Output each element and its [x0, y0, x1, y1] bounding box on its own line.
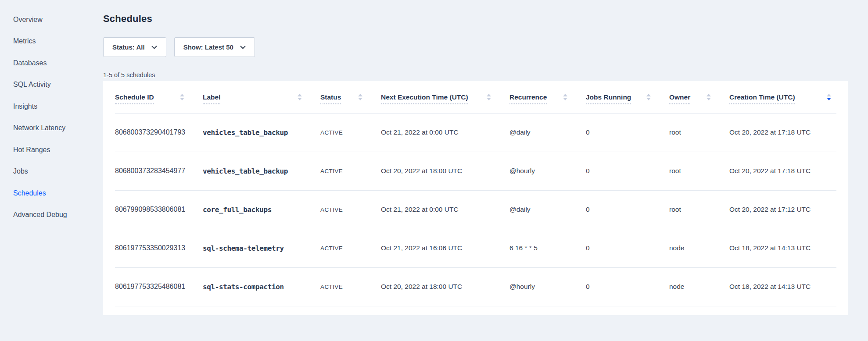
cell-recurrence: 6 16 * * 5 — [509, 229, 586, 267]
cell-next-execution: Oct 20, 2022 at 18:00 UTC — [381, 152, 509, 190]
sort-carets-icon — [298, 94, 302, 100]
table-row: 806800373283454977 vehicles_table_backup… — [115, 152, 836, 190]
sort-carets-desc-active-icon — [827, 94, 831, 100]
column-header-label[interactable]: Label — [203, 81, 320, 113]
cell-label: core_full_backups — [203, 190, 320, 229]
cell-status: ACTIVE — [320, 113, 381, 152]
schedules-table-card: Schedule ID Label Status Next Execution … — [103, 81, 848, 315]
sidebar-item-schedules[interactable]: Schedules — [0, 182, 103, 204]
sidebar-item-insights[interactable]: Insights — [0, 96, 103, 117]
cell-owner: node — [669, 267, 729, 306]
main-content: Schedules Status: All Show: Latest 50 1-… — [103, 0, 848, 315]
cell-creation-time: Oct 18, 2022 at 14:13 UTC — [729, 229, 836, 267]
table-header-row: Schedule ID Label Status Next Execution … — [115, 81, 836, 113]
status-filter-dropdown[interactable]: Status: All — [103, 37, 166, 57]
cell-recurrence: @hourly — [509, 152, 586, 190]
sidebar-item-network-latency[interactable]: Network Latency — [0, 117, 103, 139]
chevron-down-icon — [151, 46, 157, 49]
sort-carets-icon — [646, 94, 651, 100]
cell-label: vehicles_table_backup — [203, 113, 320, 152]
cell-status: ACTIVE — [320, 190, 381, 229]
cell-creation-time: Oct 20, 2022 at 17:18 UTC — [729, 113, 836, 152]
column-header-creation-time[interactable]: Creation Time (UTC) — [729, 81, 836, 113]
cell-jobs-running: 0 — [586, 190, 669, 229]
cell-status: ACTIVE — [320, 267, 381, 306]
sidebar-item-metrics[interactable]: Metrics — [0, 31, 103, 53]
column-header-schedule-id[interactable]: Schedule ID — [115, 81, 203, 113]
cell-schedule-id: 806800373283454977 — [115, 152, 203, 190]
cell-creation-time: Oct 20, 2022 at 17:12 UTC — [729, 190, 836, 229]
table-row: 806800373290401793 vehicles_table_backup… — [115, 113, 836, 152]
cell-next-execution: Oct 21, 2022 at 0:00 UTC — [381, 113, 509, 152]
cell-recurrence: @daily — [509, 113, 586, 152]
page-title: Schedules — [103, 13, 848, 25]
schedules-table: Schedule ID Label Status Next Execution … — [115, 81, 836, 306]
cell-label: vehicles_table_backup — [203, 152, 320, 190]
cell-recurrence: @hourly — [509, 267, 586, 306]
sidebar-item-advanced-debug[interactable]: Advanced Debug — [0, 204, 103, 226]
cell-next-execution: Oct 21, 2022 at 16:06 UTC — [381, 229, 509, 267]
sidebar-item-jobs[interactable]: Jobs — [0, 161, 103, 183]
sidebar-item-hot-ranges[interactable]: Hot Ranges — [0, 139, 103, 161]
show-filter-dropdown[interactable]: Show: Latest 50 — [174, 37, 255, 57]
cell-owner: root — [669, 190, 729, 229]
cell-creation-time: Oct 20, 2022 at 17:18 UTC — [729, 152, 836, 190]
sidebar-item-databases[interactable]: Databases — [0, 52, 103, 74]
filter-bar: Status: All Show: Latest 50 — [103, 37, 848, 57]
show-filter-label: Show: Latest 50 — [183, 43, 233, 51]
cell-owner: node — [669, 229, 729, 267]
cell-label: sql-schema-telemetry — [203, 229, 320, 267]
cell-owner: root — [669, 113, 729, 152]
cell-recurrence: @daily — [509, 190, 586, 229]
table-row: 806197753325486081 sql-stats-compaction … — [115, 267, 836, 306]
sort-carets-icon — [563, 94, 567, 100]
column-header-status[interactable]: Status — [320, 81, 381, 113]
cell-jobs-running: 0 — [586, 113, 669, 152]
cell-jobs-running: 0 — [586, 229, 669, 267]
sidebar-item-overview[interactable]: Overview — [0, 9, 103, 31]
cell-status: ACTIVE — [320, 229, 381, 267]
sidebar-item-sql-activity[interactable]: SQL Activity — [0, 74, 103, 96]
chevron-down-icon — [240, 46, 246, 49]
sort-carets-icon — [180, 94, 184, 100]
cell-schedule-id: 806800373290401793 — [115, 113, 203, 152]
table-row: 806197753350029313 sql-schema-telemetry … — [115, 229, 836, 267]
column-header-jobs-running[interactable]: Jobs Running — [586, 81, 669, 113]
cell-creation-time: Oct 18, 2022 at 14:13 UTC — [729, 267, 836, 306]
cell-schedule-id: 806197753325486081 — [115, 267, 203, 306]
cell-schedule-id: 806799098533806081 — [115, 190, 203, 229]
cell-jobs-running: 0 — [586, 152, 669, 190]
sidebar: Overview Metrics Databases SQL Activity … — [0, 0, 103, 341]
cell-next-execution: Oct 20, 2022 at 18:00 UTC — [381, 267, 509, 306]
table-row: 806799098533806081 core_full_backups ACT… — [115, 190, 836, 229]
cell-schedule-id: 806197753350029313 — [115, 229, 203, 267]
status-filter-label: Status: All — [112, 43, 145, 51]
cell-jobs-running: 0 — [586, 267, 669, 306]
sort-carets-icon — [487, 94, 491, 100]
cell-owner: root — [669, 152, 729, 190]
sort-carets-icon — [707, 94, 711, 100]
cell-label: sql-stats-compaction — [203, 267, 320, 306]
column-header-next-execution-time[interactable]: Next Execution Time (UTC) — [381, 81, 509, 113]
cell-next-execution: Oct 21, 2022 at 0:00 UTC — [381, 190, 509, 229]
column-header-recurrence[interactable]: Recurrence — [509, 81, 586, 113]
column-header-owner[interactable]: Owner — [669, 81, 729, 113]
results-count: 1-5 of 5 schedules — [103, 71, 848, 78]
cell-status: ACTIVE — [320, 152, 381, 190]
sort-carets-icon — [358, 94, 362, 100]
